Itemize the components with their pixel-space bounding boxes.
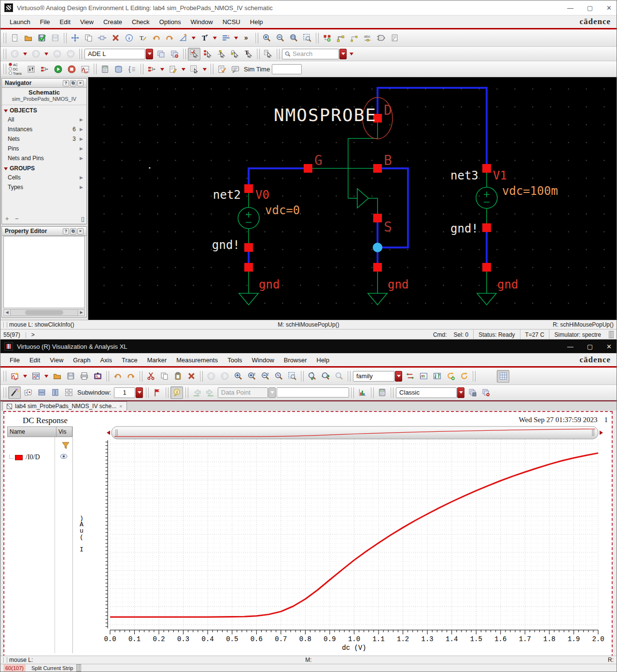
down-hierarchy-button[interactable] <box>64 48 77 60</box>
pane-toggle-icon[interactable]: ▯ <box>81 215 84 222</box>
workspace-combo[interactable]: ADE L <box>84 49 153 59</box>
undo-button[interactable] <box>150 32 162 44</box>
new-file-button[interactable] <box>8 32 21 44</box>
new-waveform-button[interactable] <box>8 370 21 383</box>
redo-button[interactable] <box>125 370 137 383</box>
delete-button[interactable] <box>109 32 122 44</box>
menu-file[interactable]: File <box>5 355 24 365</box>
menu-check[interactable]: Check <box>127 17 154 27</box>
align-button[interactable] <box>219 32 232 44</box>
menu-help[interactable]: Help <box>312 355 334 365</box>
navigator-titlebar[interactable]: Navigator ? ⧉ × <box>2 79 86 88</box>
zoom-to-selected-button[interactable] <box>301 32 313 44</box>
menu-tools[interactable]: Tools <box>223 355 246 365</box>
align-button-dropdown-icon[interactable] <box>233 35 239 41</box>
menu-measurements[interactable]: Measurements <box>172 355 222 365</box>
navigator-item-nets-and-pins[interactable]: Nets and Pins▶ <box>2 153 86 163</box>
expand-arrow-icon[interactable]: ▶ <box>80 137 84 141</box>
snap-mode-combo-dropdown-icon[interactable] <box>268 387 276 398</box>
visibility-eye-icon[interactable] <box>60 453 68 461</box>
graph-panel[interactable]: )Au( I0.00.10.20.30.40.50.60.70.80.91.01… <box>3 411 613 657</box>
close-icon[interactable]: × <box>77 228 84 234</box>
undock-icon[interactable]: ⧉ <box>70 80 76 86</box>
stretch-button[interactable] <box>96 32 108 44</box>
check-and-save-button[interactable] <box>215 63 228 75</box>
theme-combo-dropdown-icon[interactable] <box>457 387 464 398</box>
trace-group-combo[interactable]: family <box>353 371 402 382</box>
zoom-out-xy-button[interactable]: 2 <box>259 370 271 383</box>
mini-scrollbar[interactable] <box>609 331 614 338</box>
menu-view[interactable]: View <box>76 17 98 27</box>
new-window-button[interactable] <box>29 370 42 383</box>
delete-theme-button[interactable] <box>479 386 492 399</box>
navigator-section-objects[interactable]: OBJECTS <box>2 105 86 115</box>
open-button[interactable] <box>51 370 63 383</box>
create-gate-button[interactable] <box>375 32 387 44</box>
create-wire-name-button[interactable]: abc <box>361 32 374 44</box>
cut-button[interactable] <box>144 370 157 383</box>
back-button[interactable] <box>8 48 21 60</box>
rotate-button-dropdown-icon[interactable] <box>191 35 196 41</box>
undo-button[interactable] <box>111 370 124 383</box>
probe-menu-button[interactable] <box>145 63 158 75</box>
create-label-button[interactable]: T <box>136 32 149 44</box>
property-editor-body[interactable] <box>3 236 85 308</box>
create-note-button[interactable] <box>388 32 401 44</box>
annotation-note-button[interactable] <box>229 63 241 75</box>
zoom-y-button[interactable] <box>319 370 332 383</box>
scroll-right-icon[interactable]: ▶ <box>78 310 84 315</box>
save-theme-button[interactable] <box>466 386 478 399</box>
overview-scrollbar[interactable] <box>112 426 598 439</box>
zoom-off-button[interactable] <box>333 370 345 383</box>
help-icon[interactable]: ? <box>63 228 69 234</box>
annotate-menu-button[interactable] <box>167 63 179 75</box>
viva-titlebar[interactable]: Virtuoso (R) Visualization & Analysis XL… <box>0 340 617 353</box>
menu-browser[interactable]: Browser <box>280 355 311 365</box>
menu-file[interactable]: File <box>36 17 55 27</box>
print-button[interactable] <box>78 370 90 383</box>
trace-color-swatch[interactable] <box>15 455 23 460</box>
text-style-button[interactable]: T <box>198 32 210 44</box>
menu-window[interactable]: Window <box>186 17 217 27</box>
setup-analyses-button[interactable] <box>25 63 37 75</box>
copy-button[interactable] <box>158 370 170 383</box>
property-editor-titlebar[interactable]: Property Editor ? ⧉ × <box>2 227 86 236</box>
show-table-button[interactable] <box>497 370 509 383</box>
subwindow-dropdown-icon[interactable] <box>136 387 143 398</box>
close-icon[interactable]: ✕ <box>606 343 612 350</box>
stop-simulation-button[interactable] <box>65 63 78 75</box>
navigator-item-pins[interactable]: Pins▶ <box>2 144 86 153</box>
copy-button[interactable] <box>82 32 95 44</box>
create-narrow-wire-button[interactable] <box>348 32 360 44</box>
zoom-x-button[interactable] <box>306 370 318 383</box>
previous-point-button[interactable] <box>190 386 203 399</box>
close-icon[interactable]: × <box>77 80 84 86</box>
menu-axis[interactable]: Axis <box>96 355 116 365</box>
results-browser-button[interactable] <box>112 63 125 75</box>
menu-marker[interactable]: Marker <box>143 355 171 365</box>
overlay-button[interactable] <box>417 370 430 383</box>
histogram-button[interactable] <box>356 386 368 399</box>
next-view-button[interactable] <box>218 370 231 383</box>
more-tools-button[interactable]: » <box>240 32 253 44</box>
overview-right-arrow-icon[interactable] <box>600 431 603 435</box>
wire-select-cursor-button[interactable] <box>215 48 227 60</box>
whats-this-button[interactable]: i <box>170 386 183 399</box>
filter-funnel-icon[interactable] <box>61 441 70 453</box>
search-box[interactable]: Search <box>282 49 347 59</box>
previous-view-button[interactable] <box>205 370 217 383</box>
zoom-to-region-button[interactable] <box>286 370 298 383</box>
next-point-button[interactable] <box>204 386 216 399</box>
cards-view-button[interactable] <box>22 386 34 399</box>
violations-menu-button-dropdown-icon[interactable] <box>202 66 208 72</box>
save-workspace-button[interactable] <box>154 48 167 60</box>
menu-options[interactable]: Options <box>155 17 185 27</box>
add-filter-button[interactable]: ＋ <box>4 214 10 223</box>
menu-ncsu[interactable]: NCSU <box>218 17 245 27</box>
new-window-button-dropdown-icon[interactable] <box>43 373 49 379</box>
point-value-field[interactable] <box>277 387 349 398</box>
sim-time-field[interactable] <box>272 64 302 74</box>
graph-tab[interactable]: lab4 sim_ProbePads_NMOS_IV sche... × <box>2 401 127 411</box>
expand-arrow-icon[interactable]: ▶ <box>80 146 84 151</box>
workspace-combo-dropdown-icon[interactable] <box>146 49 153 59</box>
